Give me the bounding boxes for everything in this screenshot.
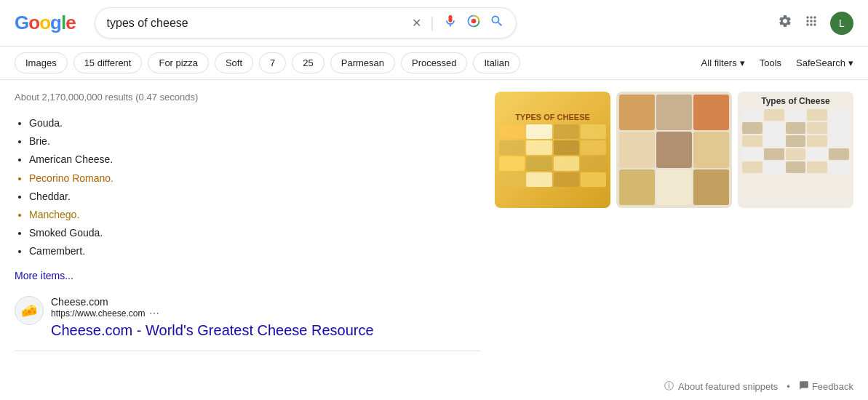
- image-grid: TYPES OF CHEESE: [495, 92, 853, 208]
- filters-right: All filters ▾ Tools SafeSearch ▾: [701, 57, 853, 68]
- cheese-image-3[interactable]: Types of Cheese: [738, 92, 853, 208]
- list-item: Manchego.: [29, 206, 480, 224]
- chevron-down-icon-2: ▾: [848, 57, 853, 68]
- svg-point-1: [471, 19, 476, 24]
- tab-for-pizza[interactable]: For pizza: [148, 52, 208, 73]
- source-more-icon[interactable]: ⋯: [149, 308, 159, 319]
- mic-icon[interactable]: [443, 14, 458, 32]
- tab-soft[interactable]: Soft: [215, 52, 253, 73]
- tab-25[interactable]: 25: [292, 52, 324, 73]
- divider-line: |: [430, 15, 434, 31]
- tab-images[interactable]: Images: [15, 52, 68, 73]
- source-favicon: 🧀: [15, 296, 44, 325]
- list-item: Smoked Gouda.: [29, 224, 480, 242]
- safesearch-label: SafeSearch: [796, 57, 845, 68]
- all-filters-button[interactable]: All filters ▾: [701, 57, 745, 68]
- search-button[interactable]: [490, 14, 504, 32]
- chevron-down-icon: ▾: [740, 57, 745, 68]
- cheese-image-1[interactable]: TYPES OF CHEESE: [495, 92, 610, 208]
- tabs-row: Images 15 different For pizza Soft 7 25 …: [0, 47, 868, 80]
- source-info: Cheese.com https://www.cheese.com ⋯ Chee…: [51, 296, 374, 339]
- lens-icon[interactable]: [466, 14, 481, 32]
- clear-icon[interactable]: ✕: [412, 16, 421, 30]
- main-content: About 2,170,000,000 results (0.47 second…: [0, 80, 868, 363]
- google-logo: Google: [15, 12, 76, 34]
- tab-processed[interactable]: Processed: [401, 52, 467, 73]
- list-item: Cheddar.: [29, 188, 480, 206]
- result-divider: [15, 351, 480, 351]
- search-input[interactable]: [107, 17, 413, 30]
- tab-7[interactable]: 7: [259, 52, 286, 73]
- list-item: Gouda.: [29, 114, 480, 132]
- source-block: 🧀 Cheese.com https://www.cheese.com ⋯ Ch…: [15, 296, 480, 339]
- more-items-link[interactable]: More items...: [15, 270, 480, 281]
- cheese-list: Gouda. Brie. American Cheese. Pecorino R…: [15, 114, 480, 261]
- right-column: TYPES OF CHEESE: [495, 92, 853, 351]
- tab-parmesan[interactable]: Parmesan: [330, 52, 395, 73]
- source-name: Cheese.com: [51, 296, 374, 308]
- list-item: Camembert.: [29, 242, 480, 260]
- search-icons: ✕ |: [412, 14, 503, 32]
- source-url-row: https://www.cheese.com ⋯: [51, 308, 374, 319]
- result-title-link[interactable]: Cheese.com - World's Greatest Cheese Res…: [51, 322, 374, 339]
- results-count: About 2,170,000,000 results (0.47 second…: [15, 92, 480, 103]
- safesearch-button[interactable]: SafeSearch ▾: [796, 57, 853, 68]
- list-item: American Cheese.: [29, 151, 480, 169]
- settings-icon[interactable]: [778, 14, 792, 32]
- tab-italian[interactable]: Italian: [473, 52, 520, 73]
- apps-icon[interactable]: [804, 14, 819, 32]
- avatar[interactable]: L: [830, 12, 853, 35]
- image-1-title: TYPES OF CHEESE: [515, 113, 590, 121]
- left-column: About 2,170,000,000 results (0.47 second…: [15, 92, 480, 351]
- tab-15-different[interactable]: 15 different: [73, 52, 143, 73]
- all-filters-label: All filters: [701, 57, 737, 68]
- search-bar: ✕ |: [95, 7, 517, 39]
- cheese-image-2[interactable]: [616, 92, 732, 208]
- list-item: Brie.: [29, 132, 480, 151]
- header-right: L: [778, 12, 853, 35]
- list-item: Pecorino Romano.: [29, 169, 480, 188]
- header: Google ✕ |: [0, 0, 868, 47]
- image-3-title: Types of Cheese: [761, 96, 829, 106]
- tools-button[interactable]: Tools: [760, 57, 781, 68]
- source-url: https://www.cheese.com: [51, 308, 145, 319]
